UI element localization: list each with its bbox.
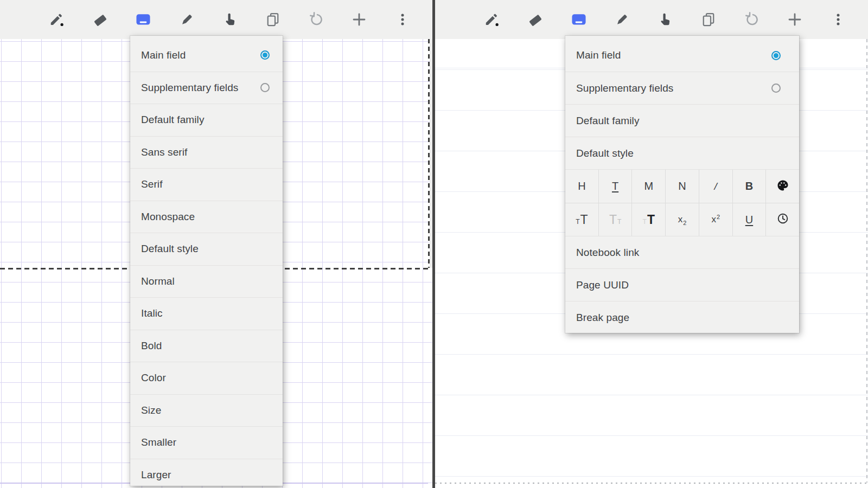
menu-item-size[interactable]: Size	[130, 394, 283, 427]
format-row-2: TT TT TT x2 x2 U	[565, 203, 799, 236]
format-italic-button[interactable]: /	[699, 170, 732, 203]
menu-item-larger[interactable]: Larger	[130, 459, 283, 486]
subscript-button[interactable]: x2	[665, 203, 699, 236]
keyboard-icon[interactable]	[132, 9, 154, 30]
menu-item-label: Main field	[141, 49, 186, 61]
menu-item-monospace[interactable]: Monospace	[130, 201, 283, 233]
overflow-menu-icon[interactable]	[392, 9, 413, 30]
add-icon[interactable]	[784, 9, 806, 30]
superscript-button[interactable]: x2	[699, 203, 732, 236]
menu-item-default-style[interactable]: Default style	[130, 233, 283, 265]
menu-item-label: Supplementary fields	[141, 82, 238, 94]
keyboard-icon[interactable]	[568, 9, 590, 30]
menu-item-smaller[interactable]: Smaller	[130, 426, 283, 459]
page-edge-dashed-vertical	[866, 39, 867, 483]
format-heading-button[interactable]: H	[565, 170, 598, 203]
format-n-button[interactable]: N	[665, 170, 699, 203]
format-m-button[interactable]: M	[631, 170, 665, 203]
menu-item-main-field[interactable]: Main field	[565, 39, 799, 72]
duplicate-icon[interactable]	[698, 9, 719, 30]
menu-item-break-page[interactable]: Break page	[565, 301, 799, 333]
eraser-icon[interactable]	[90, 9, 111, 30]
overflow-menu-icon[interactable]	[827, 9, 849, 30]
palette-icon	[776, 179, 789, 194]
menu-item-main-field[interactable]: Main field	[130, 39, 283, 72]
screenshot-left: Main field Supplementary fields Default …	[0, 0, 432, 488]
format-row-1: H T M N / B	[565, 170, 799, 203]
undo-icon[interactable]	[305, 9, 327, 30]
menu-item-normal[interactable]: Normal	[130, 265, 283, 298]
add-icon[interactable]	[348, 9, 370, 30]
history-button[interactable]	[765, 203, 799, 236]
menu-item-serif[interactable]: Serif	[130, 168, 283, 201]
screenshot-right: Main field Supplementary fields Default …	[435, 0, 868, 488]
menu-item-label: Main field	[576, 49, 621, 61]
menu-item-sans-serif[interactable]: Sans serif	[130, 136, 283, 169]
menu-item-default-family[interactable]: Default family	[130, 104, 283, 136]
field-options-menu: Main field Supplementary fields Default …	[565, 36, 799, 333]
radio-unselected-icon	[771, 84, 781, 93]
format-color-button[interactable]	[765, 170, 799, 203]
menu-item-default-family[interactable]: Default family	[565, 104, 799, 137]
menu-item-italic[interactable]: Italic	[130, 297, 283, 330]
radio-selected-icon	[771, 51, 781, 60]
menu-item-color[interactable]: Color	[130, 362, 283, 394]
menu-item-notebook-link[interactable]: Notebook link	[565, 236, 799, 268]
finger-icon[interactable]	[654, 9, 676, 30]
radio-selected-icon	[260, 50, 270, 60]
toolbar	[435, 0, 868, 39]
marker-icon[interactable]	[176, 9, 197, 30]
format-bold-button[interactable]: B	[732, 170, 766, 203]
pen-icon[interactable]	[481, 9, 503, 30]
marker-icon[interactable]	[611, 9, 633, 30]
duplicate-icon[interactable]	[262, 9, 284, 30]
underline-button[interactable]: U	[732, 203, 766, 236]
toolbar	[0, 0, 432, 39]
app-screen: Main field Supplementary fields Default …	[0, 0, 868, 488]
pen-icon[interactable]	[46, 9, 68, 30]
menu-item-supplementary-fields[interactable]: Supplementary fields	[130, 72, 283, 104]
menu-item-default-style[interactable]: Default style	[565, 137, 799, 169]
field-options-menu: Main field Supplementary fields Default …	[130, 36, 283, 486]
undo-icon[interactable]	[741, 9, 763, 30]
radio-unselected-icon	[260, 83, 270, 92]
eraser-icon[interactable]	[525, 9, 546, 30]
format-title-button[interactable]: T	[598, 170, 632, 203]
menu-item-supplementary-fields[interactable]: Supplementary fields	[565, 72, 799, 104]
text-bigger-button[interactable]: TT	[565, 203, 598, 236]
format-button-grid: H T M N / B TT TT	[565, 169, 799, 236]
menu-item-page-uuid[interactable]: Page UUID	[565, 268, 799, 301]
menu-item-bold[interactable]: Bold	[130, 330, 283, 362]
clock-icon	[776, 212, 789, 227]
page-break-dotted-line	[435, 483, 868, 484]
finger-icon[interactable]	[219, 9, 241, 30]
text-smaller-button[interactable]: TT	[598, 203, 632, 236]
menu-item-label: Supplementary fields	[576, 82, 673, 94]
text-size-button[interactable]: TT	[631, 203, 665, 236]
